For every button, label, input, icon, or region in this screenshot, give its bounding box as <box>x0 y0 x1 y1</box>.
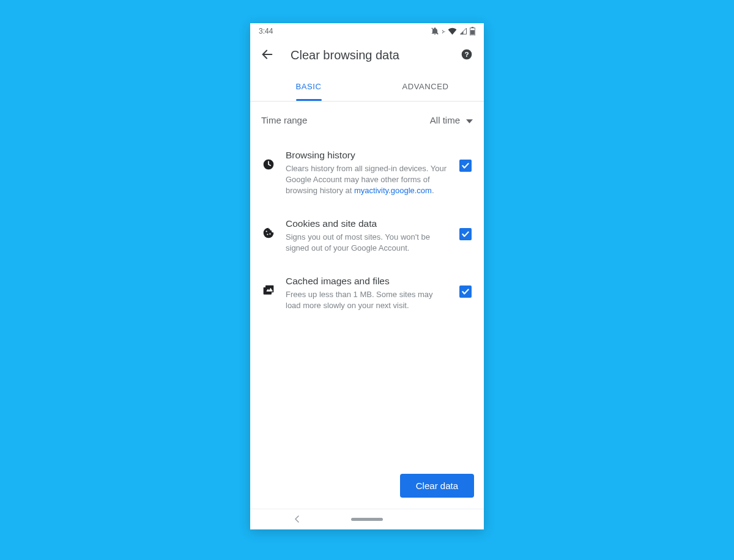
system-nav-bar <box>250 509 484 529</box>
nav-back-icon[interactable] <box>294 515 300 525</box>
svg-rect-2 <box>472 27 474 28</box>
checkmark-icon <box>461 161 470 170</box>
wifi-icon <box>448 28 457 35</box>
option-title: Cached images and files <box>286 276 448 287</box>
svg-rect-3 <box>470 30 475 34</box>
back-button[interactable] <box>259 46 276 64</box>
option-title: Cookies and site data <box>286 218 448 229</box>
options-list: Browsing history Clears history from all… <box>250 130 484 322</box>
time-range-dropdown[interactable]: All time <box>430 115 473 125</box>
status-icons: ᚛ <box>431 27 475 35</box>
dnd-off-icon <box>431 27 439 35</box>
option-title: Browsing history <box>286 150 448 161</box>
phone-screen: 3:44 ᚛ <box>250 23 484 529</box>
history-icon <box>262 158 275 173</box>
cookie-icon <box>262 227 275 241</box>
status-bar: 3:44 ᚛ <box>250 23 484 38</box>
clear-data-button[interactable]: Clear data <box>400 474 474 498</box>
option-desc: Frees up less than 1 MB. Some sites may … <box>286 289 448 311</box>
checkbox-cache[interactable] <box>459 286 472 298</box>
option-desc: Clears history from all signed-in device… <box>286 163 448 196</box>
tab-basic-label: BASIC <box>295 82 321 91</box>
chevron-down-icon <box>466 115 473 125</box>
spacer <box>250 322 484 465</box>
svg-point-10 <box>269 233 270 234</box>
time-range-label: Time range <box>261 115 307 125</box>
tabs: BASIC ADVANCED <box>250 72 484 101</box>
myactivity-link[interactable]: myactivity.google.com <box>354 186 432 195</box>
help-button[interactable]: ? <box>458 46 475 64</box>
tab-advanced-label: ADVANCED <box>402 82 448 91</box>
time-range-value: All time <box>430 115 460 125</box>
svg-text:?: ? <box>464 50 469 58</box>
option-cookies[interactable]: Cookies and site data Signs you out of m… <box>250 207 484 265</box>
checkmark-icon <box>461 230 470 238</box>
tab-basic[interactable]: BASIC <box>250 72 367 101</box>
signal-icon <box>459 28 467 35</box>
footer: Clear data <box>250 465 484 509</box>
page-title: Clear browsing data <box>288 48 446 62</box>
time-range-row: Time range All time <box>250 101 484 130</box>
nav-home-pill[interactable] <box>351 518 383 521</box>
option-desc: Signs you out of most sites. You won't b… <box>286 232 448 254</box>
arrow-left-icon <box>261 48 274 63</box>
help-icon: ? <box>461 48 473 62</box>
checkmark-icon <box>461 287 470 296</box>
bluetooth-icon: ᚛ <box>442 28 445 35</box>
svg-point-9 <box>267 234 268 235</box>
battery-icon <box>470 27 475 35</box>
option-browsing-history[interactable]: Browsing history Clears history from all… <box>250 139 484 207</box>
checkbox-cookies[interactable] <box>459 228 472 240</box>
app-bar: Clear browsing data ? <box>250 38 484 72</box>
status-time: 3:44 <box>259 27 273 35</box>
option-cache[interactable]: Cached images and files Frees up less th… <box>250 265 484 322</box>
images-icon <box>262 284 275 299</box>
svg-point-8 <box>266 230 267 232</box>
checkbox-browsing-history[interactable] <box>459 160 472 172</box>
tab-advanced[interactable]: ADVANCED <box>367 72 484 101</box>
phone-frame: 3:44 ᚛ <box>250 23 484 529</box>
